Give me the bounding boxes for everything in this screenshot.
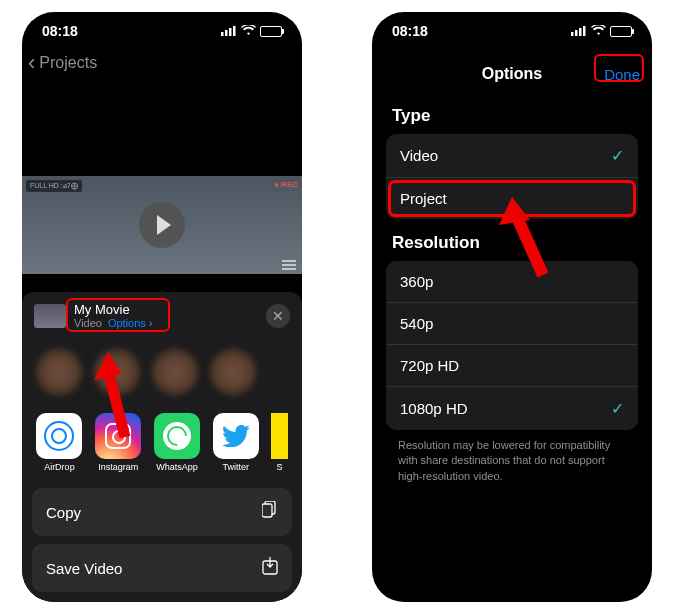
airdrop-icon [36, 413, 82, 459]
svg-rect-0 [221, 32, 224, 36]
copy-icon [262, 501, 278, 523]
phone-share-sheet: 08:18 ‹ Projects FULL HD :⌀7⨁ ● REC My M… [22, 12, 302, 602]
app-airdrop[interactable]: AirDrop [36, 413, 83, 472]
signal-icon [221, 23, 237, 39]
section-type-label: Type [372, 92, 652, 134]
action-save-video[interactable]: Save Video [32, 544, 292, 592]
video-preview[interactable]: FULL HD :⌀7⨁ ● REC [22, 176, 302, 274]
battery-icon [610, 26, 632, 37]
status-icons [221, 23, 282, 39]
status-time: 08:18 [392, 23, 428, 39]
res-option-720p[interactable]: 720p HD [386, 344, 638, 386]
download-icon [262, 557, 278, 579]
options-title: Options [482, 65, 542, 83]
share-header: My Movie Video Options › ✕ [22, 292, 302, 339]
type-list: Video ✓ Project [386, 134, 638, 219]
play-button[interactable] [139, 202, 185, 248]
signal-icon [571, 23, 587, 39]
status-bar: 08:18 [372, 12, 652, 50]
play-icon [157, 215, 171, 235]
back-to-projects[interactable]: ‹ Projects [22, 50, 302, 76]
share-title: My Movie [74, 302, 152, 317]
svg-rect-1 [225, 30, 228, 36]
app-twitter[interactable]: Twitter [212, 413, 259, 472]
type-option-video[interactable]: Video ✓ [386, 134, 638, 177]
chevron-right-icon: › [149, 318, 152, 329]
chevron-left-icon: ‹ [28, 50, 35, 76]
fullhd-badge: FULL HD :⌀7⨁ [26, 180, 82, 192]
apps-row: AirDrop Instagram WhatsApp Twitter S [22, 405, 302, 480]
wifi-icon [591, 23, 606, 39]
contact-avatar[interactable] [94, 349, 140, 395]
status-bar: 08:18 [22, 12, 302, 50]
share-sheet: My Movie Video Options › ✕ AirDrop [22, 292, 302, 602]
instagram-icon [95, 413, 141, 459]
actions-list: Copy Save Video [22, 488, 302, 602]
contact-avatar[interactable] [152, 349, 198, 395]
svg-rect-2 [229, 28, 232, 36]
rec-indicator: ● REC [274, 180, 298, 189]
contact-avatar[interactable] [210, 349, 256, 395]
res-option-360p[interactable]: 360p [386, 261, 638, 302]
more-app-icon [271, 413, 288, 459]
action-label: Save Video [46, 560, 122, 577]
back-label: Projects [39, 54, 97, 72]
svg-rect-10 [583, 26, 586, 36]
share-thumbnail [34, 304, 66, 328]
suggested-contacts-row [22, 339, 302, 405]
rec-bars-decoration [282, 260, 296, 270]
phone-options-screen: 08:18 Options Done Type Video ✓ Project … [372, 12, 652, 602]
whatsapp-icon [154, 413, 200, 459]
checkmark-icon: ✓ [611, 399, 624, 418]
svg-rect-9 [579, 28, 582, 36]
contact-avatar[interactable] [36, 349, 82, 395]
status-icons [571, 23, 632, 39]
share-subtitle-type: Video [74, 317, 102, 329]
type-option-project[interactable]: Project [386, 177, 638, 219]
app-more[interactable]: S [271, 413, 288, 472]
svg-rect-7 [571, 32, 574, 36]
status-time: 08:18 [42, 23, 78, 39]
share-options-link[interactable]: Options › [108, 317, 152, 329]
checkmark-icon: ✓ [611, 146, 624, 165]
options-header: Options Done [372, 56, 652, 92]
res-option-540p[interactable]: 540p [386, 302, 638, 344]
app-whatsapp[interactable]: WhatsApp [154, 413, 201, 472]
section-resolution-label: Resolution [372, 219, 652, 261]
action-label: Copy [46, 504, 81, 521]
resolution-list: 360p 540p 720p HD 1080p HD ✓ [386, 261, 638, 430]
close-button[interactable]: ✕ [266, 304, 290, 328]
app-instagram[interactable]: Instagram [95, 413, 142, 472]
action-copy[interactable]: Copy [32, 488, 292, 536]
svg-rect-5 [262, 504, 272, 517]
done-button[interactable]: Done [604, 66, 640, 83]
wifi-icon [241, 23, 256, 39]
res-option-1080p[interactable]: 1080p HD ✓ [386, 386, 638, 430]
resolution-note: Resolution may be lowered for compatibil… [372, 430, 652, 492]
battery-icon [260, 26, 282, 37]
twitter-icon [213, 413, 259, 459]
svg-rect-8 [575, 30, 578, 36]
svg-rect-3 [233, 26, 236, 36]
